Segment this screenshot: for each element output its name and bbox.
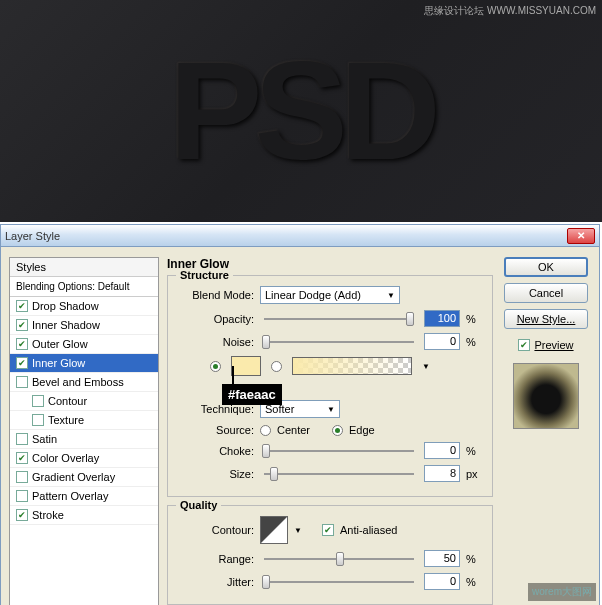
quality-legend: Quality — [176, 499, 221, 511]
new-style-button[interactable]: New Style... — [504, 309, 588, 329]
style-item-gradient-overlay[interactable]: Gradient Overlay — [10, 468, 158, 487]
source-edge-radio[interactable] — [332, 425, 343, 436]
style-item-stroke[interactable]: Stroke — [10, 506, 158, 525]
preview-thumbnail — [513, 363, 579, 429]
style-label: Bevel and Emboss — [32, 376, 124, 388]
preview-label: Preview — [534, 339, 573, 351]
gradient-arrow-icon[interactable]: ▼ — [422, 362, 430, 371]
blend-mode-select[interactable]: Linear Dodge (Add) ▼ — [260, 286, 400, 304]
right-buttons: OK Cancel New Style... Preview — [501, 257, 591, 605]
style-item-inner-glow[interactable]: Inner Glow — [10, 354, 158, 373]
style-label: Pattern Overlay — [32, 490, 108, 502]
color-callout: #faeaac — [222, 384, 282, 405]
anti-aliased-checkbox[interactable] — [322, 524, 334, 536]
style-label: Inner Shadow — [32, 319, 100, 331]
style-checkbox[interactable] — [16, 338, 28, 350]
choke-slider[interactable] — [260, 443, 418, 459]
gradient-radio[interactable] — [271, 361, 282, 372]
cancel-button[interactable]: Cancel — [504, 283, 588, 303]
styles-list: Styles Blending Options: Default Drop Sh… — [9, 257, 159, 605]
blend-mode-label: Blend Mode: — [176, 289, 254, 301]
blending-options[interactable]: Blending Options: Default — [10, 277, 158, 297]
style-item-drop-shadow[interactable]: Drop Shadow — [10, 297, 158, 316]
source-center-radio[interactable] — [260, 425, 271, 436]
style-label: Outer Glow — [32, 338, 88, 350]
style-item-outer-glow[interactable]: Outer Glow — [10, 335, 158, 354]
choke-input[interactable]: 0 — [424, 442, 460, 459]
choke-label: Choke: — [176, 445, 254, 457]
style-item-contour[interactable]: Contour — [10, 392, 158, 411]
jitter-slider[interactable] — [260, 574, 418, 590]
inner-glow-panel: Inner Glow Structure Blend Mode: Linear … — [167, 257, 493, 605]
watermark-top: 思缘设计论坛 WWW.MISSYUAN.COM — [424, 4, 596, 18]
contour-arrow-icon[interactable]: ▼ — [294, 526, 302, 535]
opacity-input[interactable]: 100 — [424, 310, 460, 327]
style-item-satin[interactable]: Satin — [10, 430, 158, 449]
noise-input[interactable]: 0 — [424, 333, 460, 350]
source-label: Source: — [176, 424, 254, 436]
watermark-bottom: worem大图网 — [528, 583, 596, 601]
size-label: Size: — [176, 468, 254, 480]
chevron-down-icon: ▼ — [327, 405, 335, 414]
structure-group: Structure Blend Mode: Linear Dodge (Add)… — [167, 275, 493, 497]
style-checkbox[interactable] — [16, 509, 28, 521]
layer-style-dialog: Layer Style ✕ Styles Blending Options: D… — [0, 224, 600, 605]
preview-checkbox[interactable] — [518, 339, 530, 351]
style-label: Drop Shadow — [32, 300, 99, 312]
style-checkbox[interactable] — [32, 395, 44, 407]
style-item-texture[interactable]: Texture — [10, 411, 158, 430]
chevron-down-icon: ▼ — [387, 291, 395, 300]
style-checkbox[interactable] — [16, 433, 28, 445]
glow-gradient-swatch[interactable] — [292, 357, 412, 375]
ok-button[interactable]: OK — [504, 257, 588, 277]
range-input[interactable]: 50 — [424, 550, 460, 567]
style-checkbox[interactable] — [16, 376, 28, 388]
size-slider[interactable] — [260, 466, 418, 482]
contour-picker[interactable] — [260, 516, 288, 544]
style-label: Texture — [48, 414, 84, 426]
styles-header[interactable]: Styles — [10, 258, 158, 277]
canvas-preview: 思缘设计论坛 WWW.MISSYUAN.COM PSD — [0, 0, 602, 222]
opacity-slider[interactable] — [260, 311, 418, 327]
style-checkbox[interactable] — [16, 490, 28, 502]
quality-group: Quality Contour: ▼ Anti-aliased Range: 5… — [167, 505, 493, 605]
glow-color-swatch[interactable] — [231, 356, 261, 376]
noise-slider[interactable] — [260, 334, 418, 350]
range-slider[interactable] — [260, 551, 418, 567]
style-label: Color Overlay — [32, 452, 99, 464]
structure-legend: Structure — [176, 269, 233, 281]
style-item-bevel-and-emboss[interactable]: Bevel and Emboss — [10, 373, 158, 392]
contour-label: Contour: — [176, 524, 254, 536]
style-label: Stroke — [32, 509, 64, 521]
opacity-label: Opacity: — [176, 313, 254, 325]
color-radio[interactable] — [210, 361, 221, 372]
close-button[interactable]: ✕ — [567, 228, 595, 244]
titlebar: Layer Style ✕ — [1, 225, 599, 247]
dialog-title: Layer Style — [5, 230, 60, 242]
style-item-color-overlay[interactable]: Color Overlay — [10, 449, 158, 468]
style-label: Satin — [32, 433, 57, 445]
noise-label: Noise: — [176, 336, 254, 348]
size-input[interactable]: 8 — [424, 465, 460, 482]
range-label: Range: — [176, 553, 254, 565]
style-label: Contour — [48, 395, 87, 407]
jitter-input[interactable]: 0 — [424, 573, 460, 590]
style-item-pattern-overlay[interactable]: Pattern Overlay — [10, 487, 158, 506]
style-checkbox[interactable] — [16, 319, 28, 331]
style-item-inner-shadow[interactable]: Inner Shadow — [10, 316, 158, 335]
style-label: Inner Glow — [32, 357, 85, 369]
jitter-label: Jitter: — [176, 576, 254, 588]
style-label: Gradient Overlay — [32, 471, 115, 483]
style-checkbox[interactable] — [32, 414, 44, 426]
style-checkbox[interactable] — [16, 471, 28, 483]
psd-text: PSD — [169, 30, 433, 192]
style-checkbox[interactable] — [16, 357, 28, 369]
style-checkbox[interactable] — [16, 300, 28, 312]
style-checkbox[interactable] — [16, 452, 28, 464]
